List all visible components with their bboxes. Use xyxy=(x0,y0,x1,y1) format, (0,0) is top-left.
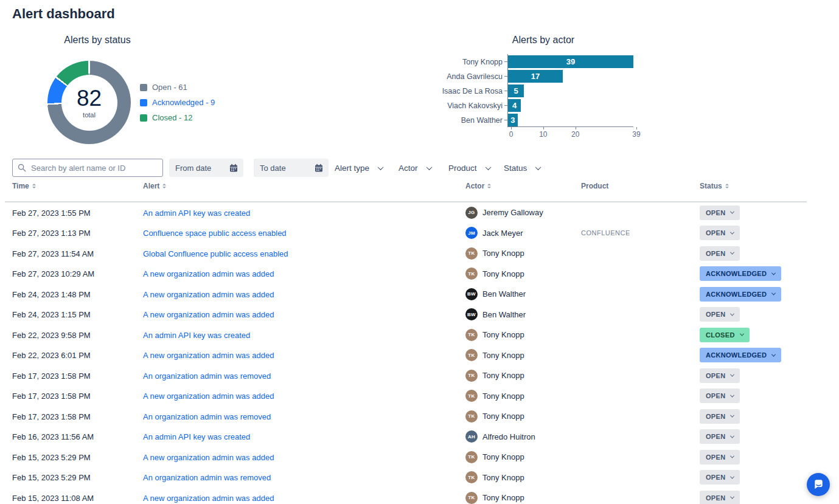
legend-label: Closed - 12 xyxy=(152,113,192,122)
table-row: Feb 27, 2023 10:29 AMA new organization … xyxy=(0,264,839,285)
legend-label: Open - 61 xyxy=(152,83,187,92)
avatar: TK xyxy=(465,492,478,504)
table-row: Feb 24, 2023 1:15 PMA new organization a… xyxy=(0,305,839,325)
status-badge[interactable]: OPEN xyxy=(700,226,740,240)
status-badge[interactable]: OPEN xyxy=(700,429,740,444)
status-chart-legend: Open - 61Acknowledged - 9Closed - 12 xyxy=(140,80,215,125)
table-header-row: TimeAlertActorProductStatus xyxy=(0,182,839,192)
status-badge[interactable]: OPEN xyxy=(700,470,740,485)
sort-up-arrow xyxy=(725,184,729,185)
status-cell: OPEN xyxy=(700,368,740,383)
filter-dropdown-status[interactable]: Status xyxy=(504,159,540,177)
status-badge[interactable]: ACKNOWLEDGED xyxy=(700,287,781,302)
table-row: Feb 27, 2023 1:13 PMConfluence space pub… xyxy=(0,223,839,244)
column-header-label: Product xyxy=(581,182,608,190)
alert-link[interactable]: An admin API key was created xyxy=(143,209,250,218)
column-header-status[interactable]: Status xyxy=(700,182,729,190)
x-axis-tick-label: 10 xyxy=(539,130,547,139)
chevron-down-icon xyxy=(730,393,734,397)
status-badge[interactable]: OPEN xyxy=(700,388,740,403)
chevron-down-icon xyxy=(535,164,541,170)
chevron-down-icon xyxy=(485,164,491,170)
table-row: Feb 17, 2023 1:58 PMA new organization a… xyxy=(0,386,839,407)
alert-cell: A new organization admin was added xyxy=(143,309,274,320)
alert-link[interactable]: A new organization admin was added xyxy=(143,269,274,278)
search-input[interactable] xyxy=(12,159,163,177)
column-header-actor[interactable]: Actor xyxy=(465,182,491,190)
alert-link[interactable]: Global Confluence public access enabled xyxy=(143,249,288,258)
chevron-down-icon xyxy=(730,474,734,478)
chevron-down-icon xyxy=(730,210,734,214)
calendar-icon xyxy=(229,164,238,173)
status-badge-label: OPEN xyxy=(706,311,725,318)
table-row: Feb 27, 2023 11:54 AMGlobal Confluence p… xyxy=(0,243,839,264)
to-date-button[interactable]: To date xyxy=(254,159,329,177)
alert-time: Feb 17, 2023 1:58 PM xyxy=(12,412,91,421)
status-badge[interactable]: OPEN xyxy=(700,368,740,383)
bar: 4 xyxy=(508,99,521,112)
actor-name: Tony Knopp xyxy=(482,269,524,278)
actor-cell: JMJack Meyer xyxy=(465,227,523,239)
alert-link[interactable]: A new organization admin was added xyxy=(143,392,274,401)
alert-cell: Confluence space public access enabled xyxy=(143,227,287,238)
status-badge[interactable]: ACKNOWLEDGED xyxy=(700,348,781,362)
sort-up-arrow xyxy=(32,184,36,185)
status-badge[interactable]: OPEN xyxy=(700,409,740,424)
status-cell: OPEN xyxy=(700,307,740,322)
chat-launcher-button[interactable] xyxy=(807,473,830,496)
alert-link[interactable]: Confluence space public access enabled xyxy=(143,229,287,238)
alert-link[interactable]: An organization admin was removed xyxy=(143,473,271,482)
alert-link[interactable]: An organization admin was removed xyxy=(143,371,271,381)
alert-cell: A new organization admin was added xyxy=(143,452,274,463)
avatar: BW xyxy=(465,288,478,300)
table-row: Feb 15, 2023 11:08 AMA new organization … xyxy=(0,488,839,504)
status-badge[interactable]: OPEN xyxy=(700,246,740,261)
status-badge[interactable]: OPEN xyxy=(700,491,740,504)
dropdown-label: Product xyxy=(448,164,477,173)
status-chart-title: Alerts by status xyxy=(33,35,161,46)
alert-cell: A new organization admin was added xyxy=(143,268,274,279)
legend-label: Acknowledged - 9 xyxy=(152,98,215,107)
alert-time: Feb 17, 2023 1:58 PM xyxy=(12,371,91,380)
alert-cell: An organization admin was removed xyxy=(143,472,271,483)
alert-link[interactable]: A new organization admin was added xyxy=(143,351,274,360)
status-badge[interactable]: OPEN xyxy=(700,307,740,322)
from-date-button[interactable]: From date xyxy=(169,159,243,177)
alert-cell: A new organization admin was added xyxy=(143,350,274,361)
x-axis-tick-label: 39 xyxy=(632,130,640,139)
chevron-down-icon xyxy=(730,373,734,377)
status-badge[interactable]: CLOSED xyxy=(700,328,750,342)
filter-dropdown-alert-type[interactable]: Alert type xyxy=(335,159,383,177)
alert-link[interactable]: An admin API key was created xyxy=(143,432,250,441)
x-axis-tick-label: 20 xyxy=(571,130,579,139)
alert-cell: An organization admin was removed xyxy=(143,411,271,422)
status-badge-label: OPEN xyxy=(706,494,725,502)
legend-item: Open - 61 xyxy=(140,80,215,95)
alert-link[interactable]: A new organization admin was added xyxy=(143,290,274,299)
filter-dropdown-actor[interactable]: Actor xyxy=(399,159,431,177)
chevron-down-icon xyxy=(730,311,734,316)
status-badge[interactable]: OPEN xyxy=(700,450,740,464)
bar-category-label: Tony Knopp xyxy=(450,55,507,68)
alert-link[interactable]: An organization admin was removed xyxy=(143,412,271,421)
actor-name: Tony Knopp xyxy=(482,452,524,461)
column-header-alert[interactable]: Alert xyxy=(143,182,166,190)
actor-bar-chart: Alerts by actor Tony KnoppAnda Gavrilesc… xyxy=(450,35,636,140)
actor-cell: AHAlfredo Huitron xyxy=(465,430,535,443)
bar-category-text: Viach Kakovskyi xyxy=(447,102,503,110)
bar-category-label: Anda Gavrilescu xyxy=(450,70,507,83)
filter-dropdown-product[interactable]: Product xyxy=(448,159,490,177)
alert-link[interactable]: A new organization admin was added xyxy=(143,310,274,319)
alert-link[interactable]: An admin API key was created xyxy=(143,331,250,340)
alert-link[interactable]: A new organization admin was added xyxy=(143,453,274,462)
sort-down-arrow xyxy=(162,187,166,188)
column-header-label: Status xyxy=(700,182,722,190)
alert-link[interactable]: A new organization admin was added xyxy=(143,494,274,503)
column-header-time[interactable]: Time xyxy=(12,182,36,190)
actor-chart-category-labels: Tony KnoppAnda GavrilescuIsaac De La Ros… xyxy=(450,54,507,127)
chevron-down-icon xyxy=(426,164,432,170)
table-row: Feb 16, 2023 11:56 AMAn admin API key wa… xyxy=(0,427,839,447)
alert-time: Feb 15, 2023 11:08 AM xyxy=(12,493,94,502)
status-badge[interactable]: OPEN xyxy=(700,205,740,220)
status-badge[interactable]: ACKNOWLEDGED xyxy=(700,266,781,281)
